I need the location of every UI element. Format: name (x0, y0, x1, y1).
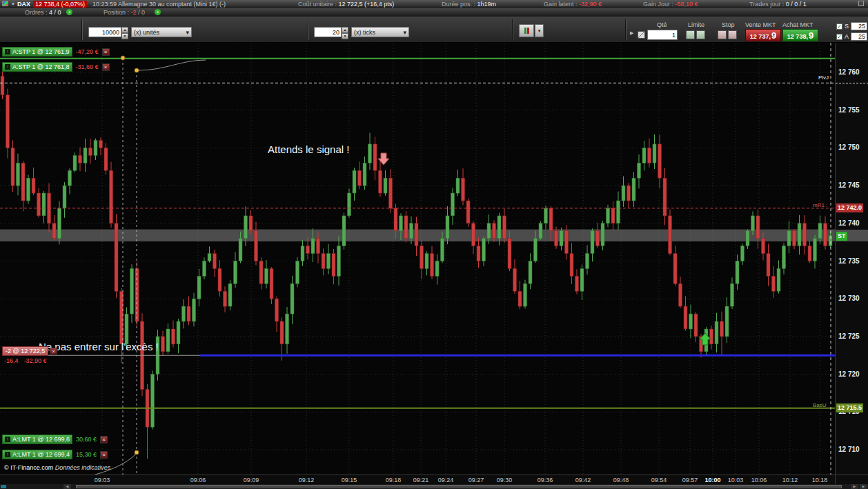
stop-order-icon-1[interactable] (718, 30, 727, 39)
scrollbar-handle[interactable] (76, 485, 842, 488)
scroll-left-button[interactable]: ◀ (63, 484, 71, 489)
sell-market-button[interactable]: 12 737,9 (745, 29, 781, 41)
time-axis-label: 10:12 (780, 477, 800, 483)
green-candle-icon (524, 28, 526, 34)
buy-market-button[interactable]: 12 738,9 (782, 29, 818, 41)
time-axis-label: 09:42 (573, 477, 593, 483)
st-tag: ST (836, 232, 847, 241)
chart-canvas[interactable] (0, 43, 835, 475)
a-ticks-input[interactable] (851, 32, 867, 41)
qty-tool-icon[interactable] (638, 31, 645, 39)
chart-trade-mode-button[interactable] (519, 24, 534, 37)
orders-value: 4 / 0 (49, 9, 61, 16)
cancel-order-button[interactable]: × (102, 48, 110, 56)
limit-order-badge[interactable]: ↑A:LMT 1 @ 12 699,4 (2, 450, 72, 459)
duration-value: 1h19m (477, 1, 497, 8)
order-arrow-icon: ↑ (5, 49, 10, 54)
time-axis-label: 09:54 (649, 477, 669, 483)
add-order-icon[interactable]: + (66, 9, 72, 15)
horizontal-scrollbar[interactable]: ◀ ▶ ▶ (0, 484, 868, 489)
price-axis-label: 12 760 (838, 68, 860, 76)
price-axis-label: 12 730 (838, 295, 860, 302)
ticks-select[interactable]: (x) ticks▾ (351, 27, 409, 37)
order-arrow-icon: ↑ (5, 437, 10, 442)
position-pnl-row: -16,4 -32,90 € (2, 357, 49, 365)
stop-order-icon-2[interactable] (728, 30, 737, 39)
ticks-input[interactable] (314, 27, 342, 37)
s-ticks-input[interactable] (851, 22, 867, 30)
position-pnl: -32,90 € (22, 357, 49, 365)
mr1-level-label: mR1 : (813, 202, 827, 208)
stop-auto-checkbox[interactable]: ✓ (836, 23, 842, 30)
scroll-right-end-button[interactable]: ▶ (860, 484, 867, 489)
time-axis-label: 09:18 (383, 477, 404, 483)
instrument-name[interactable]: DAX (17, 0, 30, 8)
stop-header: Stop (722, 21, 735, 28)
time-axis-label: 09:24 (435, 477, 456, 483)
units-select[interactable]: (x) unités▾ (131, 27, 192, 37)
titlebar-window-icon[interactable] (858, 1, 864, 6)
time-axis[interactable]: 09:0309:0609:0909:1209:1509:1809:2109:24… (0, 475, 835, 484)
stop-order-badge[interactable]: ↑A:STP 1 @ 12 761,9 (2, 47, 72, 57)
stop-order-row-2: ↑A:STP 1 @ 12 761,8 -31,60 € × (2, 62, 110, 72)
limit-order-badge[interactable]: ↑A:LMT 1 @ 12 699,6 (2, 435, 72, 444)
price-axis-label: 12 740 (838, 219, 860, 227)
basu-level-label: BasU (813, 402, 827, 408)
orders-position-bar: Ordres : 4 / 0 + Position : -2 / 0 + (0, 8, 868, 17)
order-pnl: -47,20 € (74, 48, 101, 56)
a-label: A (845, 33, 849, 40)
instrument-dropdown-icon[interactable]: ▼ (11, 0, 15, 8)
order-pnl: 15,30 € (74, 450, 99, 459)
ticks-stepper[interactable]: ▲▼ (342, 27, 348, 37)
scrollbar-corner-icon[interactable] (1, 485, 6, 488)
position-value: -2 (131, 9, 137, 16)
duration-label: Durée pos. : (442, 1, 475, 8)
axis-corner (835, 475, 868, 484)
scroll-right-button[interactable]: ▶ (851, 484, 858, 489)
basu-price-tag: 12 715.5 (836, 403, 863, 412)
stop-order-badge[interactable]: ↑A:STP 1 @ 12 761,8 (2, 62, 72, 72)
trades-value: 0 / 0 / 1 (786, 1, 807, 8)
trades-label: Trades jour : (749, 1, 784, 8)
orders-label: Ordres : (25, 9, 48, 16)
add-position-icon[interactable]: + (155, 9, 161, 15)
time-axis-label: 10:00 (702, 477, 723, 483)
red-candle-icon (527, 28, 529, 34)
app-icon[interactable] (2, 1, 8, 6)
units-stepper[interactable]: ▲▼ (121, 27, 128, 37)
target-auto-checkbox[interactable]: ✓ (836, 34, 842, 40)
s-label: S (845, 23, 849, 30)
close-position-button[interactable]: × (50, 348, 57, 355)
time-axis-label: 09:27 (466, 477, 486, 483)
qty-header: Qté (657, 21, 667, 28)
price-badge: 12 738,4 (-0,07%) (33, 1, 87, 8)
chevron-down-icon: ▾ (186, 29, 189, 36)
limit-order-icon-2[interactable] (696, 30, 705, 39)
time-axis-label: 09:06 (188, 477, 208, 483)
qty-input[interactable] (647, 30, 678, 40)
price-axis[interactable]: 12 742.0 ST 12 715.5 12 76012 75512 7501… (835, 43, 868, 475)
toolbar-separator (81, 19, 83, 40)
position-row: -2 @ 12 722,5 × (2, 346, 57, 356)
price-axis-label: 12 725 (838, 332, 860, 340)
time-axis-label: 09:03 (92, 477, 112, 483)
time-axis-label: 10:06 (749, 477, 769, 483)
cost-value: 12 722,5 (+16,4 pts) (339, 1, 395, 8)
units-input[interactable] (88, 27, 121, 37)
annotation-signal[interactable]: Attends le signal ! (268, 143, 349, 155)
cost-label: Coût unitaire : (298, 1, 337, 8)
time-axis-label: 09:21 (411, 477, 431, 483)
price-axis-label: 12 755 (838, 106, 860, 114)
toolbar-separator (625, 19, 627, 40)
time-axis-label: 09:30 (494, 477, 515, 483)
chart-trade-mode-dropdown[interactable]: ▾ (535, 24, 544, 37)
position-badge[interactable]: -2 @ 12 722,5 (2, 346, 48, 356)
cancel-order-button[interactable]: × (100, 451, 108, 459)
limit-order-icon-1[interactable] (686, 30, 695, 39)
cancel-order-button[interactable]: × (102, 63, 110, 71)
position-points: -16,4 (2, 357, 21, 365)
day-gain-value: -58,10 € (675, 1, 698, 8)
cancel-order-button[interactable]: × (100, 436, 108, 443)
chevron-down-icon: ▾ (403, 29, 406, 36)
collapse-panel-button[interactable]: ▶ (630, 30, 633, 36)
